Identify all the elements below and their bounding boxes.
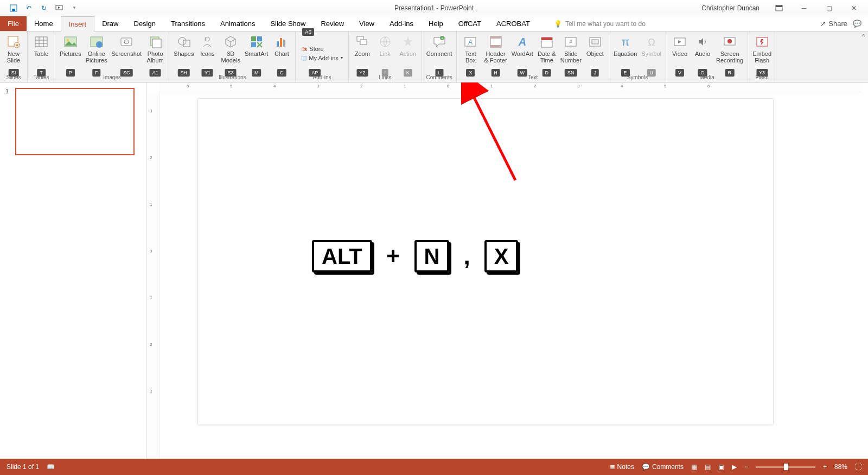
reading-view-icon[interactable]: ▣	[718, 463, 724, 471]
text-box-button[interactable]: A Text Box X	[459, 33, 482, 74]
comments-pane-icon[interactable]: 💬	[853, 20, 861, 28]
zoom-slider[interactable]	[756, 466, 815, 468]
tab-file[interactable]: File	[0, 16, 27, 31]
slide-counter[interactable]: Slide 1 of 1	[7, 463, 39, 471]
undo-icon[interactable]: ↶	[25, 4, 33, 12]
video-button[interactable]: Video V	[668, 33, 691, 74]
svg-rect-46	[592, 40, 598, 44]
tab-transitions[interactable]: Transitions	[163, 16, 213, 31]
normal-view-icon[interactable]: ▦	[691, 463, 697, 471]
ribbon-insert: ^ ✱ New Slide SI Slides Table T Tables P…	[0, 31, 868, 83]
svg-point-23	[205, 37, 209, 41]
spellcheck-icon[interactable]: 📖	[47, 463, 55, 471]
close-icon[interactable]: ✕	[843, 1, 865, 16]
save-icon[interactable]	[10, 4, 17, 12]
action-button[interactable]: Action K	[397, 33, 419, 74]
slide-thumbnail-1[interactable]	[15, 88, 135, 155]
online-pictures-button[interactable]: Online Pictures F	[84, 33, 110, 74]
audio-button[interactable]: Audio O	[691, 33, 714, 74]
date-time-icon	[539, 34, 555, 50]
screen-recording-button[interactable]: Screen Recording R	[714, 33, 745, 74]
quick-access-toolbar: ↶ ↻ ▼	[0, 4, 78, 12]
tab-draw[interactable]: Draw	[94, 16, 126, 31]
svg-text:A: A	[518, 36, 526, 48]
zoom-percent[interactable]: 88%	[834, 463, 847, 471]
screenshot-button[interactable]: Screenshot SC	[110, 33, 144, 74]
icons-button[interactable]: Icons Y1	[196, 33, 219, 74]
notes-button[interactable]: ≣Notes	[610, 463, 634, 471]
tab-animations[interactable]: Animations	[213, 16, 263, 31]
tab-acrobat[interactable]: ACROBAT	[489, 16, 538, 31]
tab-design[interactable]: Design	[126, 16, 163, 31]
start-show-icon[interactable]	[55, 4, 63, 12]
comment-button[interactable]: + Comment L	[424, 33, 455, 74]
link-button[interactable]: Link I	[374, 33, 397, 74]
pictures-button[interactable]: Pictures P	[58, 33, 84, 74]
svg-rect-29	[283, 40, 285, 47]
chart-icon	[273, 34, 290, 50]
smartart-icon	[248, 34, 265, 50]
smartart-button[interactable]: SmartArt M	[242, 33, 270, 74]
link-icon	[377, 34, 393, 50]
slide-canvas[interactable]: ALT + N , X	[198, 99, 773, 425]
horizontal-ruler[interactable]: 6543210123456	[159, 83, 861, 92]
titlebar: ↶ ↻ ▼ Presentation1 - PowerPoint Christo…	[0, 0, 868, 16]
slideshow-view-icon[interactable]: ▶	[732, 463, 737, 471]
3d-models-button[interactable]: 3D Models S3	[219, 33, 242, 74]
zoom-button[interactable]: Zoom Y2	[351, 33, 374, 74]
symbol-icon: Ω	[643, 34, 660, 50]
qat-more-icon[interactable]: ▼	[71, 4, 78, 12]
chart-button[interactable]: Chart C	[270, 33, 293, 74]
store-button[interactable]: 🛍Store	[301, 46, 342, 52]
tab-view[interactable]: View	[352, 16, 382, 31]
maximize-icon[interactable]: ▢	[818, 1, 840, 16]
slide-number-button[interactable]: # Slide Number SN	[558, 33, 584, 74]
tab-offcat[interactable]: OffCAT	[451, 16, 489, 31]
svg-rect-24	[251, 36, 256, 41]
tab-home[interactable]: Home	[27, 16, 61, 31]
svg-rect-38	[490, 36, 501, 39]
svg-rect-26	[251, 42, 256, 47]
symbol-button[interactable]: Ω Symbol U	[639, 33, 663, 74]
collapse-ribbon-icon[interactable]: ^	[862, 34, 865, 40]
date-time-button[interactable]: Date & Time D	[535, 33, 558, 74]
zoom-out-button[interactable]: −	[744, 463, 748, 471]
tab-addins[interactable]: Add-ins	[382, 16, 421, 31]
table-button[interactable]: Table T	[30, 33, 53, 74]
tell-me-search[interactable]: 💡 Tell me what you want to do	[554, 16, 646, 31]
share-button[interactable]: ↗Share	[820, 20, 847, 28]
header-footer-button[interactable]: Header & Footer H	[482, 33, 509, 74]
vertical-ruler[interactable]: 3210123	[146, 92, 159, 459]
tab-insert[interactable]: Insert	[61, 16, 95, 31]
photo-album-button[interactable]: Photo Album A1	[144, 33, 167, 74]
svg-point-21	[178, 37, 186, 45]
comments-button[interactable]: 💬Comments	[642, 463, 684, 471]
key-alt: ALT	[312, 240, 372, 273]
sorter-view-icon[interactable]: ▤	[705, 463, 711, 471]
zoom-in-button[interactable]: +	[823, 463, 827, 471]
tab-review[interactable]: Review	[313, 16, 352, 31]
svg-point-14	[67, 39, 69, 41]
embed-flash-button[interactable]: Embed Flash Y3	[750, 33, 774, 74]
redo-icon[interactable]: ↻	[40, 4, 48, 12]
wordart-button[interactable]: A WordArt W	[509, 33, 535, 74]
slide-thumbnails-pane[interactable]: 1	[0, 83, 146, 459]
my-addins-button[interactable]: ◫My Add-ins▾	[301, 54, 342, 61]
svg-rect-42	[541, 37, 552, 40]
svg-text:+: +	[441, 36, 443, 40]
slide-editor[interactable]: 6543210123456 3210123 ALT + N , X	[146, 83, 868, 459]
user-name[interactable]: Christopher Duncan	[701, 4, 760, 12]
svg-rect-31	[360, 40, 367, 45]
wordart-icon: A	[514, 34, 531, 50]
minimize-icon[interactable]: ─	[793, 1, 815, 16]
tab-help[interactable]: Help	[421, 16, 451, 31]
addins-icon: ◫	[301, 54, 307, 61]
new-slide-button[interactable]: ✱ New Slide SI	[2, 33, 25, 74]
comma-sign: ,	[463, 243, 470, 270]
online-pictures-icon	[88, 34, 105, 50]
ribbon-display-icon[interactable]	[768, 1, 790, 16]
shapes-button[interactable]: Shapes SH	[171, 33, 196, 74]
equation-button[interactable]: π Equation E	[611, 33, 639, 74]
fit-to-window-icon[interactable]: ⛶	[855, 463, 861, 471]
object-button[interactable]: Object J	[584, 33, 607, 74]
